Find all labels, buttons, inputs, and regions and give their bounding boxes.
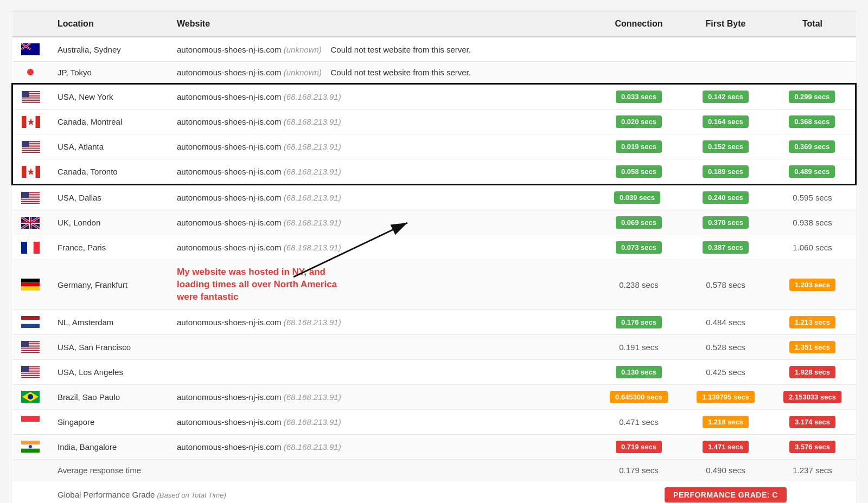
flag-cell bbox=[12, 210, 49, 235]
website-cell bbox=[168, 359, 596, 384]
connection-cell: 0.191 secs bbox=[596, 334, 682, 359]
svg-rect-52 bbox=[21, 320, 40, 324]
avg-connection: 0.179 secs bbox=[596, 459, 682, 481]
website-cell: My website was hosted in NY, and loading… bbox=[168, 260, 596, 310]
total-cell: 1.351 secs bbox=[769, 334, 856, 359]
connection-cell: 0.719 secs bbox=[596, 434, 682, 459]
flag-icon bbox=[21, 316, 40, 328]
col-header-connection: Connection bbox=[596, 11, 682, 37]
flag-icon bbox=[21, 416, 40, 428]
svg-rect-47 bbox=[34, 242, 40, 254]
total-badge: 1.213 secs bbox=[789, 316, 835, 328]
table-row: USA, New Yorkautonomous-shoes-nj-is.com … bbox=[12, 84, 856, 109]
total-cell: 3.174 secs bbox=[769, 409, 856, 434]
connection-badge: 0.645300 secs bbox=[610, 391, 668, 403]
flag-cell bbox=[12, 159, 49, 185]
firstbyte-cell: 0.240 secs bbox=[682, 185, 769, 210]
total-cell: 1.203 secs bbox=[769, 260, 856, 310]
svg-rect-69 bbox=[21, 366, 29, 372]
total-cell: 0.368 secs bbox=[769, 109, 856, 134]
svg-rect-32 bbox=[21, 198, 40, 199]
location-cell: USA, Atlanta bbox=[49, 134, 168, 159]
connection-cell: 0.039 secs bbox=[596, 185, 682, 210]
website-ip: (68.168.213.91) bbox=[284, 117, 341, 126]
svg-rect-48 bbox=[21, 279, 40, 282]
website-ip: (68.168.213.91) bbox=[284, 318, 341, 327]
total-badge: 0.299 secs bbox=[789, 91, 835, 103]
flag-icon bbox=[21, 391, 40, 403]
svg-rect-60 bbox=[21, 351, 40, 352]
flag-icon bbox=[21, 279, 40, 291]
svg-rect-53 bbox=[21, 324, 40, 328]
table-header-row: Location Website Connection First Byte T… bbox=[12, 11, 856, 37]
connection-badge: 0.069 secs bbox=[616, 216, 662, 229]
location-cell: UK, London bbox=[49, 210, 168, 235]
website-cell: autonomous-shoes-nj-is.com (68.168.213.9… bbox=[168, 84, 596, 109]
svg-rect-10 bbox=[22, 97, 40, 98]
table-row: NL, Amsterdamautonomous-shoes-nj-is.com … bbox=[12, 309, 856, 334]
connection-badge: 0.033 secs bbox=[616, 91, 662, 103]
website-cell: autonomous-shoes-nj-is.com (68.168.213.9… bbox=[168, 134, 596, 159]
total-value: 0.938 secs bbox=[793, 218, 832, 227]
svg-rect-13 bbox=[22, 91, 29, 98]
location-cell: Australia, Sydney bbox=[49, 37, 168, 62]
connection-cell: 0.069 secs bbox=[596, 210, 682, 235]
flag-cell bbox=[12, 434, 49, 459]
svg-rect-33 bbox=[21, 200, 40, 201]
connection-badge: 0.073 secs bbox=[616, 241, 662, 254]
website-url: autonomous-shoes-nj-is.com bbox=[177, 92, 282, 101]
firstbyte-badge: 0.387 secs bbox=[703, 241, 749, 254]
table-row: USA, Los Angeles0.130 secs0.425 secs1.92… bbox=[12, 359, 856, 384]
svg-rect-73 bbox=[21, 416, 40, 422]
svg-rect-12 bbox=[22, 101, 40, 102]
total-badge: 1.351 secs bbox=[789, 341, 835, 353]
total-badge: 1.203 secs bbox=[789, 279, 835, 291]
total-badge: 3.576 secs bbox=[789, 441, 835, 453]
firstbyte-cell: 0.387 secs bbox=[682, 235, 769, 260]
location-cell: USA, Los Angeles bbox=[49, 359, 168, 384]
total-value: 1.060 secs bbox=[793, 243, 832, 252]
connection-cell: 0.130 secs bbox=[596, 359, 682, 384]
svg-rect-50 bbox=[21, 287, 40, 291]
flag-cell bbox=[12, 185, 49, 210]
connection-value: 0.238 secs bbox=[619, 280, 659, 289]
website-ip: (unknown) bbox=[284, 45, 322, 54]
firstbyte-badge: 0.240 secs bbox=[703, 191, 749, 204]
website-url: autonomous-shoes-nj-is.com bbox=[177, 45, 282, 54]
website-cell: autonomous-shoes-nj-is.com (68.168.213.9… bbox=[168, 235, 596, 260]
location-cell: Germany, Frankfurt bbox=[49, 260, 168, 310]
connection-cell: 0.058 secs bbox=[596, 159, 682, 185]
grade-label-text: Global Performance Grade bbox=[58, 490, 155, 499]
firstbyte-value: 0.484 secs bbox=[706, 318, 745, 327]
table-row: JP, Tokyoautonomous-shoes-nj-is.com (unk… bbox=[12, 62, 856, 84]
firstbyte-cell: 0.189 secs bbox=[682, 159, 769, 185]
table-row: USA, Dallasautonomous-shoes-nj-is.com (6… bbox=[12, 185, 856, 210]
col-header-flag bbox=[12, 11, 49, 37]
table-row: USA, Atlantaautonomous-shoes-nj-is.com (… bbox=[12, 134, 856, 159]
firstbyte-cell: 0.528 secs bbox=[682, 334, 769, 359]
flag-cell bbox=[12, 409, 49, 434]
website-cell: autonomous-shoes-nj-is.com (68.168.213.9… bbox=[168, 384, 596, 409]
flag-icon bbox=[22, 141, 40, 153]
total-cell: 1.060 secs bbox=[769, 235, 856, 260]
svg-rect-67 bbox=[21, 375, 40, 376]
total-cell: 2.153033 secs bbox=[769, 384, 856, 409]
website-url: autonomous-shoes-nj-is.com bbox=[177, 117, 282, 126]
connection-badge: 0.130 secs bbox=[616, 366, 662, 378]
connection-value: 0.191 secs bbox=[619, 343, 659, 352]
firstbyte-cell: 0.484 secs bbox=[682, 309, 769, 334]
connection-cell: 0.033 secs bbox=[596, 84, 682, 109]
svg-point-72 bbox=[28, 394, 33, 399]
svg-rect-49 bbox=[21, 283, 40, 287]
col-header-location: Location bbox=[49, 11, 168, 37]
firstbyte-cell: 0.370 secs bbox=[682, 210, 769, 235]
connection-cell: 0.020 secs bbox=[596, 109, 682, 134]
flag-cell bbox=[12, 334, 49, 359]
firstbyte-badge: 1.471 secs bbox=[703, 441, 749, 453]
performance-grade-badge: PERFORMANCE GRADE: C bbox=[665, 487, 787, 502]
flag-cell bbox=[12, 37, 49, 62]
svg-rect-75 bbox=[21, 441, 40, 444]
svg-rect-66 bbox=[21, 372, 40, 373]
firstbyte-badge: 0.142 secs bbox=[703, 91, 749, 103]
total-cell: 0.369 secs bbox=[769, 134, 856, 159]
